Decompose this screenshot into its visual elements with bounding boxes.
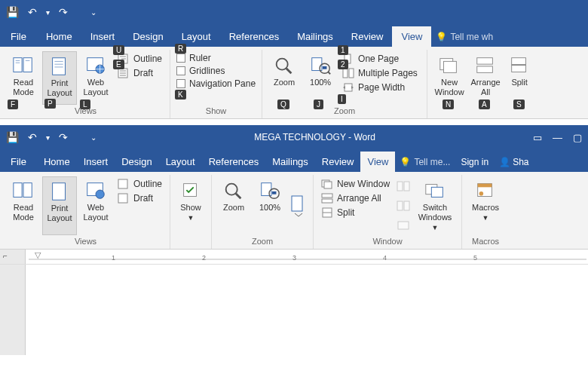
read-mode-icon <box>12 180 35 201</box>
tell-me[interactable]: 💡Tell me... <box>395 152 455 172</box>
redo-icon[interactable]: ↷ <box>59 6 68 18</box>
zoom-label: Zoom <box>223 203 244 213</box>
svg-rect-23 <box>323 66 327 69</box>
svg-line-22 <box>328 72 330 74</box>
read-mode-button[interactable]: Read Mode F <box>6 51 41 105</box>
undo-icon[interactable]: ↶ <box>28 131 37 143</box>
one-page-button[interactable]: One Page 1 <box>341 53 421 65</box>
svg-rect-27 <box>345 84 352 91</box>
maximize-icon[interactable]: ▢ <box>573 132 582 143</box>
qat-more-icon[interactable]: ⌄ <box>90 133 96 142</box>
tab-home[interactable]: Home <box>37 152 77 172</box>
group-views-label: Views <box>6 235 165 247</box>
tab-file[interactable]: File <box>3 152 37 172</box>
zoom-button[interactable]: Zoom Q <box>267 51 302 105</box>
indent-marker-icon[interactable]: ▽ <box>35 250 41 260</box>
undo-dropdown-icon[interactable]: ▾ <box>46 133 50 142</box>
arrange-all-button[interactable]: Arrange All A <box>468 51 503 105</box>
save-icon[interactable]: 💾 <box>6 131 19 143</box>
tab-view[interactable]: View <box>392 26 431 47</box>
document-page[interactable] <box>26 265 588 355</box>
hundred-icon <box>259 180 281 201</box>
new-window-button[interactable]: New Window N <box>432 51 467 105</box>
tab-insert[interactable]: Insert <box>81 26 124 47</box>
tab-review[interactable]: Review <box>342 26 393 47</box>
horizontal-ruler[interactable]: ⌐ 1 2 3 4 5 ▽ <box>0 250 588 265</box>
title-bar: 💾 ↶ ▾ ↷ ⌄ MEGA TECHNOLOGY - Word ▭ — ▢ <box>0 125 588 149</box>
tab-references[interactable]: References <box>220 26 288 47</box>
tab-selector-icon[interactable]: ⌐ <box>3 252 8 260</box>
web-layout-button[interactable]: Web Layout L <box>78 51 113 105</box>
chevron-down-icon: ▼ <box>432 224 439 231</box>
switch-windows-button[interactable]: Switch Windows ▼ <box>413 176 457 235</box>
gridlines-checkbox[interactable]: Gridlines <box>176 66 256 76</box>
nav-pane-label: Navigation Pane <box>189 78 256 89</box>
view-side-by-side-icon[interactable] <box>397 181 410 191</box>
svg-rect-30 <box>477 58 493 64</box>
tab-insert[interactable]: Insert <box>77 152 115 172</box>
outline-button[interactable]: Outline <box>116 178 164 190</box>
split-button[interactable]: Split <box>320 207 392 219</box>
qat-more-icon[interactable]: ⌄ <box>90 8 96 17</box>
chevron-down-icon: ▼ <box>188 214 194 222</box>
group-window-label <box>432 105 534 117</box>
tab-view[interactable]: View <box>360 152 395 172</box>
zoom-label: Zoom <box>274 78 295 87</box>
print-layout-icon <box>48 56 71 77</box>
read-mode-label: Read Mode <box>8 78 39 97</box>
web-layout-button[interactable]: Web Layout <box>78 176 113 235</box>
tab-design[interactable]: Design <box>115 152 158 172</box>
minimize-icon[interactable]: — <box>553 132 562 143</box>
tell-me[interactable]: 💡Tell me wh <box>431 27 498 47</box>
tab-file[interactable]: File <box>3 26 37 47</box>
split-button[interactable]: Split S <box>504 51 534 105</box>
tab-layout[interactable]: Layout <box>173 26 220 47</box>
draft-button[interactable]: Draft <box>116 192 164 204</box>
read-mode-button[interactable]: Read Mode <box>6 176 41 235</box>
group-zoom-label: Zoom <box>216 235 308 247</box>
draft-button[interactable]: Draft E <box>116 67 164 79</box>
tell-me-label: Tell me... <box>414 157 450 167</box>
outline-icon <box>118 179 130 189</box>
tab-review[interactable]: Review <box>315 152 361 172</box>
svg-rect-54 <box>397 182 403 191</box>
navigation-pane-checkbox[interactable]: Navigation Pane K <box>176 78 256 89</box>
tab-layout[interactable]: Layout <box>159 152 202 172</box>
print-layout-button[interactable]: Print Layout <box>42 176 77 235</box>
ruler-checkbox[interactable]: Ruler R <box>176 53 256 63</box>
svg-rect-58 <box>398 222 409 229</box>
sync-scroll-icon[interactable] <box>397 201 410 211</box>
ribbon-options-icon[interactable]: ▭ <box>533 132 542 143</box>
macros-button[interactable]: Macros▼ <box>467 176 504 235</box>
window-title: MEGA TECHNOLOGY - Word <box>96 132 533 142</box>
tab-design[interactable]: Design <box>124 26 172 47</box>
zoom-button[interactable]: Zoom <box>216 176 251 235</box>
show-dropdown-button[interactable]: Show▼ <box>175 176 207 235</box>
new-window-button[interactable]: New Window <box>320 178 392 190</box>
page-width-button[interactable]: Page Width I <box>341 81 421 93</box>
hundred-percent-button[interactable]: 100% <box>253 176 287 235</box>
svg-rect-62 <box>478 184 492 188</box>
multiple-pages-button[interactable]: Multiple Pages 2 <box>341 67 421 79</box>
redo-icon[interactable]: ↷ <box>59 131 68 143</box>
undo-dropdown-icon[interactable]: ▾ <box>46 8 50 17</box>
sign-in-link[interactable]: Sign in <box>455 152 495 172</box>
tab-mailings[interactable]: Mailings <box>288 26 342 47</box>
undo-icon[interactable]: ↶ <box>28 6 37 18</box>
arrange-all-button[interactable]: Arrange All <box>320 192 392 204</box>
split-icon <box>321 207 333 218</box>
share-button[interactable]: 👤Sha <box>495 152 533 172</box>
page-options-icon[interactable] <box>290 194 307 217</box>
vertical-ruler[interactable] <box>0 265 26 355</box>
svg-rect-47 <box>292 196 302 211</box>
tab-home[interactable]: Home <box>37 26 81 47</box>
outline-button[interactable]: Outline U <box>116 53 164 65</box>
reset-position-icon[interactable] <box>397 220 410 231</box>
tab-mailings[interactable]: Mailings <box>265 152 315 172</box>
print-layout-button[interactable]: Print Layout P <box>42 51 77 105</box>
svg-rect-36 <box>53 183 66 201</box>
tab-references[interactable]: References <box>202 152 265 172</box>
read-mode-label: Read Mode <box>8 203 39 222</box>
hundred-percent-button[interactable]: 100% J <box>303 51 338 105</box>
save-icon[interactable]: 💾 <box>6 6 19 18</box>
